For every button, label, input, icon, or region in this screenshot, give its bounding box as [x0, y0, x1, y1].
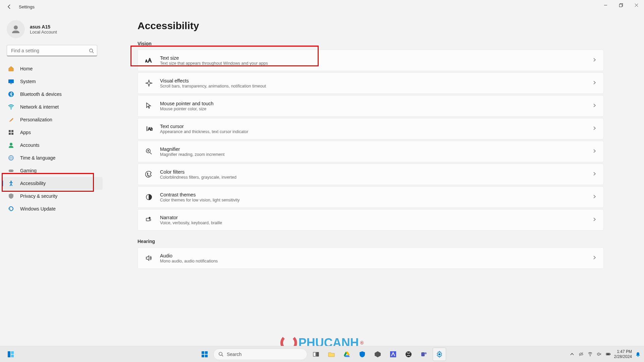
window-controls — [598, 0, 644, 10]
search-input[interactable] — [7, 45, 97, 56]
card-title: Mouse pointer and touch — [160, 101, 592, 106]
taskbar-app-drive[interactable] — [340, 348, 354, 361]
sidebar-item-accessibility[interactable]: Accessibility — [1, 177, 103, 190]
notifications-icon[interactable] — [635, 352, 641, 357]
account-type: Local Account — [30, 29, 57, 35]
person-icon — [8, 142, 14, 148]
sidebar-item-label: Windows Update — [20, 206, 56, 212]
card-magnifier[interactable]: MagnifierMagnifier reading, zoom increme… — [138, 141, 604, 162]
svg-rect-8 — [8, 79, 14, 83]
svg-rect-13 — [11, 130, 13, 132]
speaker-icon — [145, 254, 153, 262]
card-desc: Colorblindness filters, grayscale, inver… — [160, 175, 592, 180]
chevron-right-icon — [592, 171, 597, 177]
nav-list: Home System Bluetooth & devices Network … — [0, 62, 104, 215]
svg-text:A: A — [148, 58, 152, 63]
textsize-icon: AA — [145, 56, 153, 65]
taskbar-search[interactable]: Search — [213, 349, 307, 360]
back-button[interactable] — [3, 0, 16, 13]
taskbar-app-taskview[interactable] — [309, 348, 323, 361]
svg-point-33 — [147, 175, 148, 175]
close-button[interactable] — [629, 0, 644, 10]
svg-rect-14 — [9, 133, 11, 135]
sidebar-item-system[interactable]: System — [0, 75, 104, 88]
cursor-icon — [145, 102, 153, 110]
card-visual-effects[interactable]: Visual effectsScroll bars, transparency,… — [138, 72, 604, 94]
svg-point-6 — [89, 49, 92, 52]
card-contrast-themes[interactable]: Contrast themesColor themes for low visi… — [138, 186, 604, 208]
battery-icon — [606, 352, 611, 357]
taskbar-app-teams[interactable] — [417, 348, 431, 361]
card-desc: Scroll bars, transparency, animations, n… — [160, 84, 592, 88]
taskbar-app-generic[interactable] — [371, 348, 384, 361]
sidebar-item-label: Personalization — [20, 117, 52, 122]
card-title: Narrator — [160, 215, 592, 220]
chevron-right-icon — [592, 57, 597, 63]
svg-point-45 — [219, 352, 222, 355]
svg-text:Ab: Ab — [148, 127, 153, 131]
window-title: Settings — [19, 4, 35, 9]
card-text-size[interactable]: AA Text sizeText size that appears throu… — [138, 50, 604, 71]
taskbar-app-xbox[interactable] — [402, 348, 415, 361]
svg-point-56 — [590, 356, 590, 356]
sidebar-item-privacy[interactable]: Privacy & security — [0, 190, 104, 202]
sidebar-item-accounts[interactable]: Accounts — [0, 139, 104, 152]
svg-point-51 — [406, 351, 412, 357]
page-title: Accessibility — [138, 20, 604, 32]
sidebar-item-label: Apps — [20, 130, 31, 135]
card-title: Text size — [160, 55, 592, 61]
sparkle-icon — [145, 79, 153, 87]
card-color-filters[interactable]: Color filtersColorblindness filters, gra… — [138, 164, 604, 185]
widgets-button[interactable] — [4, 348, 17, 361]
card-mouse-pointer[interactable]: Mouse pointer and touchMouse pointer col… — [138, 95, 604, 117]
palette-icon — [145, 170, 153, 179]
account-block[interactable]: asus A15 Local Account — [0, 17, 104, 45]
textcursor-icon: Ab — [145, 124, 153, 133]
search-icon[interactable] — [87, 47, 95, 55]
sidebar-item-label: Network & internet — [20, 104, 59, 110]
sidebar: asus A15 Local Account Home System Bluet… — [0, 13, 104, 346]
start-button[interactable] — [198, 348, 211, 361]
taskbar-app-security[interactable] — [356, 348, 369, 361]
svg-point-21 — [10, 171, 10, 171]
sidebar-item-label: Accessibility — [20, 181, 46, 186]
update-icon — [8, 206, 14, 212]
svg-rect-42 — [205, 351, 208, 354]
card-audio[interactable]: AudioMono audio, audio notifications — [138, 247, 604, 269]
sidebar-item-personalization[interactable]: Personalization — [0, 113, 104, 126]
svg-point-16 — [10, 143, 12, 145]
minimize-button[interactable] — [598, 0, 613, 10]
svg-line-29 — [150, 153, 152, 154]
sidebar-item-bluetooth[interactable]: Bluetooth & devices — [0, 88, 104, 101]
svg-rect-20 — [9, 170, 13, 172]
sidebar-item-home[interactable]: Home — [0, 62, 104, 75]
card-title: Visual effects — [160, 78, 592, 83]
system-tray[interactable] — [570, 352, 611, 357]
chevron-right-icon — [592, 126, 597, 132]
svg-text:A: A — [145, 59, 148, 63]
card-narrator[interactable]: NarratorVoice, verbosity, keyboard, brai… — [138, 209, 604, 231]
avatar-icon — [7, 20, 25, 38]
wifi-icon — [588, 352, 593, 357]
sidebar-item-gaming[interactable]: Gaming — [0, 164, 104, 177]
svg-rect-40 — [11, 355, 14, 357]
taskbar-app-explorer[interactable] — [325, 348, 338, 361]
sidebar-item-time-language[interactable]: Time & language — [0, 152, 104, 164]
maximize-button[interactable] — [613, 0, 629, 10]
search-icon — [218, 352, 223, 357]
gamepad-icon — [8, 168, 14, 174]
clock-globe-icon — [8, 155, 14, 161]
card-text-cursor[interactable]: Ab Text cursorAppearance and thickness, … — [138, 118, 604, 139]
taskbar-clock[interactable]: 1:47 PM 2/28/2024 — [614, 349, 632, 359]
taskbar-app-armoury[interactable] — [386, 348, 400, 361]
section-hearing-label: Hearing — [138, 239, 604, 244]
svg-point-53 — [425, 352, 427, 354]
sidebar-item-apps[interactable]: Apps — [0, 126, 104, 139]
taskbar: Search 1:47 PM 2/28/2024 — [0, 346, 644, 362]
taskbar-app-settings[interactable] — [433, 348, 446, 361]
sidebar-item-label: Home — [20, 66, 33, 71]
svg-rect-48 — [316, 352, 319, 356]
sidebar-item-network[interactable]: Network & internet — [0, 101, 104, 113]
sidebar-item-update[interactable]: Windows Update — [0, 202, 104, 215]
brush-icon — [8, 117, 14, 123]
